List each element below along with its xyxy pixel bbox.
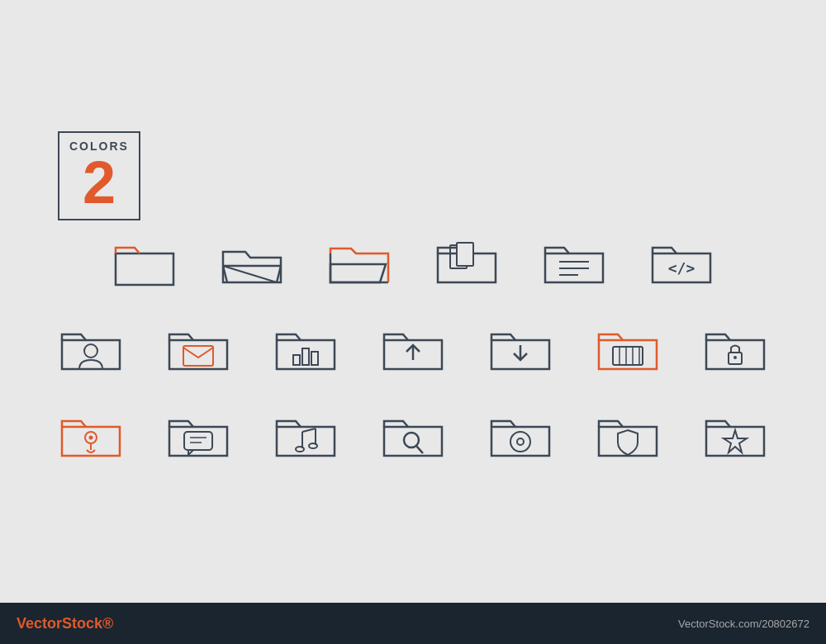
svg-rect-1 (457, 243, 473, 266)
footer-registered: ® (102, 615, 113, 632)
icon-folder-location[interactable] (45, 402, 136, 472)
icon-folder-shield[interactable] (582, 402, 673, 472)
icon-folder-chat[interactable] (153, 402, 244, 472)
svg-rect-13 (613, 347, 643, 365)
icon-folder-document[interactable] (529, 229, 620, 299)
svg-rect-7 (183, 346, 213, 366)
icon-folder-pages[interactable] (421, 229, 512, 299)
svg-rect-8 (293, 355, 300, 365)
svg-point-19 (733, 356, 737, 359)
icon-folder-chart[interactable] (260, 315, 351, 386)
icon-folder-search[interactable] (368, 402, 458, 472)
svg-line-32 (416, 446, 423, 453)
icon-folder-upload[interactable] (368, 315, 458, 386)
footer-url: VectorStock.com/20802672 (678, 618, 809, 630)
main-content: COLORS 2 (0, 0, 826, 603)
icon-folder-basic[interactable] (99, 229, 190, 299)
row-2 (45, 315, 781, 386)
svg-point-34 (517, 438, 524, 445)
row-1: </> (45, 229, 781, 299)
colors-badge: COLORS 2 (58, 131, 140, 220)
icon-folder-disc[interactable] (475, 402, 566, 472)
footer-logo: VectorStock® (17, 615, 113, 632)
icon-folder-lock[interactable] (690, 315, 781, 386)
icon-folder-open-orange[interactable] (314, 229, 405, 299)
icon-folder-user[interactable] (45, 315, 136, 386)
row-3 (45, 402, 781, 472)
top-area: COLORS 2 (58, 131, 768, 220)
icons-grid: </> (45, 229, 781, 472)
svg-point-31 (404, 433, 419, 447)
icon-folder-star[interactable] (690, 402, 781, 472)
icon-folder-open-dark[interactable] (206, 229, 297, 299)
svg-rect-9 (302, 348, 309, 365)
svg-point-30 (309, 443, 317, 448)
svg-line-26 (302, 429, 316, 432)
footer-logo-text: VectorStock (17, 615, 102, 632)
svg-rect-23 (184, 432, 212, 450)
icon-folder-code[interactable]: </> (636, 229, 727, 299)
icon-folder-video[interactable] (582, 315, 673, 386)
colors-number: 2 (83, 153, 116, 212)
svg-rect-10 (311, 352, 318, 365)
svg-text:</>: </> (668, 259, 695, 277)
footer-bar: VectorStock® VectorStock.com/20802672 (0, 603, 826, 644)
icon-folder-music[interactable] (260, 402, 351, 472)
svg-marker-35 (724, 430, 747, 452)
svg-point-29 (296, 447, 304, 452)
icon-folder-download[interactable] (475, 315, 566, 386)
svg-point-21 (89, 435, 93, 439)
svg-point-33 (510, 432, 530, 452)
svg-point-6 (84, 344, 97, 358)
icon-folder-mail[interactable] (153, 315, 244, 386)
